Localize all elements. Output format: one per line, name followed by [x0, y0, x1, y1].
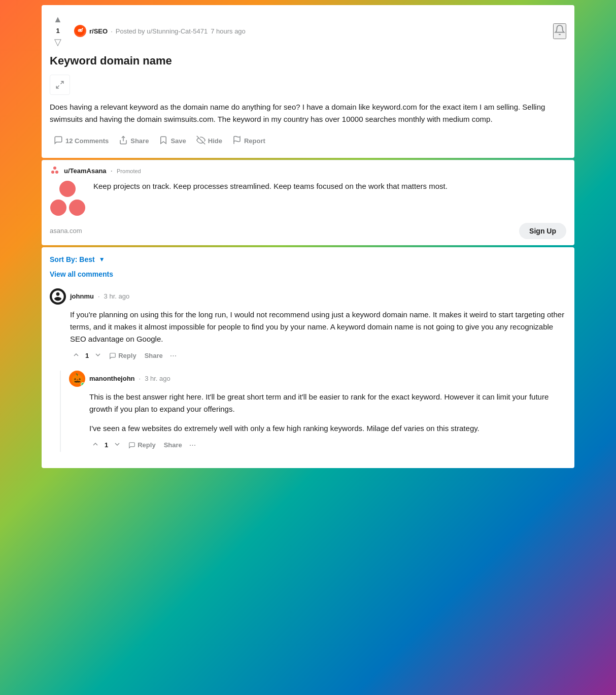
- nested-reply-label: Reply: [138, 441, 155, 449]
- sort-label[interactable]: Sort By: Best: [50, 255, 95, 263]
- sort-dropdown-arrow[interactable]: ▼: [99, 256, 105, 263]
- comment-item: johnmu · 3 hr. ago If you're planning on…: [50, 288, 566, 452]
- reply-label: Reply: [118, 352, 136, 359]
- asana-logo-small: [50, 167, 60, 176]
- share-icon: [119, 136, 128, 147]
- promoted-label: Promoted: [117, 168, 141, 174]
- comment-upvote-button[interactable]: [70, 350, 82, 362]
- nested-vote-count: 1: [105, 441, 108, 449]
- comment-icon: [54, 136, 63, 147]
- nested-downvote-button[interactable]: [111, 439, 123, 451]
- vote-count: 1: [56, 27, 59, 35]
- svg-line-7: [56, 85, 59, 88]
- nested-share-label: Share: [164, 441, 182, 449]
- online-indicator: [81, 382, 85, 386]
- post-meta: r/SEO · Posted by u/Stunning-Cat-5471 7 …: [89, 27, 246, 35]
- nested-comment-body: This is the best answer right here. It'l…: [69, 391, 566, 435]
- save-button[interactable]: Save: [155, 133, 190, 150]
- share-label: Share: [145, 352, 163, 359]
- ad-footer: asana.com Sign Up: [50, 223, 566, 239]
- post-actions: 12 Comments Share Save: [50, 133, 566, 150]
- post-title: Keyword domain name: [50, 54, 566, 69]
- notification-bell-button[interactable]: [553, 23, 566, 39]
- nested-comment-time: 3 hr. ago: [145, 375, 170, 382]
- nested-comment-avatar: 🎃: [69, 371, 85, 387]
- ad-logo-large: [50, 181, 85, 216]
- post-header: ▲ 1 ▽ r/SEO: [50, 13, 566, 49]
- ad-username[interactable]: u/TeamAsana: [64, 167, 107, 175]
- svg-line-6: [61, 81, 63, 84]
- separator: ·: [111, 27, 113, 35]
- comment-more-button[interactable]: ···: [168, 349, 179, 362]
- hide-icon: [196, 136, 206, 147]
- report-button[interactable]: Report: [228, 133, 269, 150]
- comment-username[interactable]: johnmu: [70, 292, 94, 300]
- sort-bar: Sort By: Best ▼: [50, 255, 566, 263]
- upvote-button[interactable]: ▲: [52, 13, 63, 26]
- comments-count-label: 12 Comments: [65, 137, 109, 145]
- share-label: Share: [130, 137, 149, 145]
- comment-avatar: [50, 288, 66, 305]
- comment-downvote-button[interactable]: [92, 350, 104, 362]
- posted-by: Posted by u/Stunning-Cat-5471: [116, 27, 208, 35]
- report-label: Report: [244, 137, 265, 145]
- comment-share-button[interactable]: Share: [142, 350, 166, 361]
- post-card: ▲ 1 ▽ r/SEO: [42, 5, 574, 158]
- comments-button[interactable]: 12 Comments: [50, 133, 113, 150]
- vote-column: ▲ 1 ▽: [50, 13, 66, 49]
- hide-button[interactable]: Hide: [192, 133, 226, 150]
- nested-comment-header: 🎃 manonthejohn · 3 hr. ago: [69, 371, 566, 387]
- comment-vote-count: 1: [85, 352, 89, 359]
- save-label: Save: [170, 137, 186, 145]
- ad-body: Keep projects on track. Keep processes s…: [50, 181, 566, 216]
- expand-button[interactable]: [50, 75, 70, 95]
- post-body: Does having a relevant keyword as the do…: [50, 101, 566, 125]
- signup-button[interactable]: Sign Up: [519, 223, 566, 239]
- view-all-comments-link[interactable]: View all comments: [50, 270, 113, 278]
- nested-comment-body-1: This is the best answer right here. It'l…: [89, 391, 566, 415]
- svg-point-3: [81, 30, 82, 31]
- nested-comment-actions: 1 Reply Share ···: [69, 439, 566, 452]
- ad-header: u/TeamAsana · Promoted: [50, 167, 566, 176]
- nested-reply-button[interactable]: Reply: [125, 439, 158, 451]
- comment-body: If you're planning on using this for the…: [50, 309, 566, 345]
- comment-header: johnmu · 3 hr. ago: [50, 288, 566, 305]
- subreddit-name[interactable]: r/SEO: [89, 27, 108, 35]
- ad-text: Keep projects on track. Keep processes s…: [93, 181, 566, 192]
- nested-comment-body-2: I've seen a few websites do extremely we…: [89, 422, 566, 435]
- post-time: 7 hours ago: [211, 27, 246, 35]
- comment-time: 3 hr. ago: [104, 292, 130, 300]
- svg-point-2: [79, 30, 80, 31]
- comment-actions: 1 Reply Share ···: [50, 349, 566, 362]
- ad-card: u/TeamAsana · Promoted Keep projects on …: [42, 160, 574, 245]
- nested-more-button[interactable]: ···: [187, 439, 198, 452]
- report-icon: [232, 136, 242, 147]
- comment-reply-button[interactable]: Reply: [106, 350, 139, 361]
- hide-label: Hide: [208, 137, 222, 145]
- save-icon: [159, 136, 168, 147]
- nested-comment-username[interactable]: manonthejohn: [89, 375, 135, 382]
- share-button[interactable]: Share: [115, 133, 153, 150]
- subreddit-avatar: [74, 25, 86, 37]
- comment-timestamp: ·: [98, 292, 100, 300]
- nested-share-button[interactable]: Share: [161, 439, 185, 451]
- nested-comment: 🎃 manonthejohn · 3 hr. ago This is the b…: [60, 371, 566, 452]
- nested-upvote-button[interactable]: [89, 439, 101, 451]
- ad-url: asana.com: [50, 227, 82, 235]
- comments-section: Sort By: Best ▼ View all comments johnmu…: [42, 247, 574, 468]
- downvote-button[interactable]: ▽: [53, 36, 62, 49]
